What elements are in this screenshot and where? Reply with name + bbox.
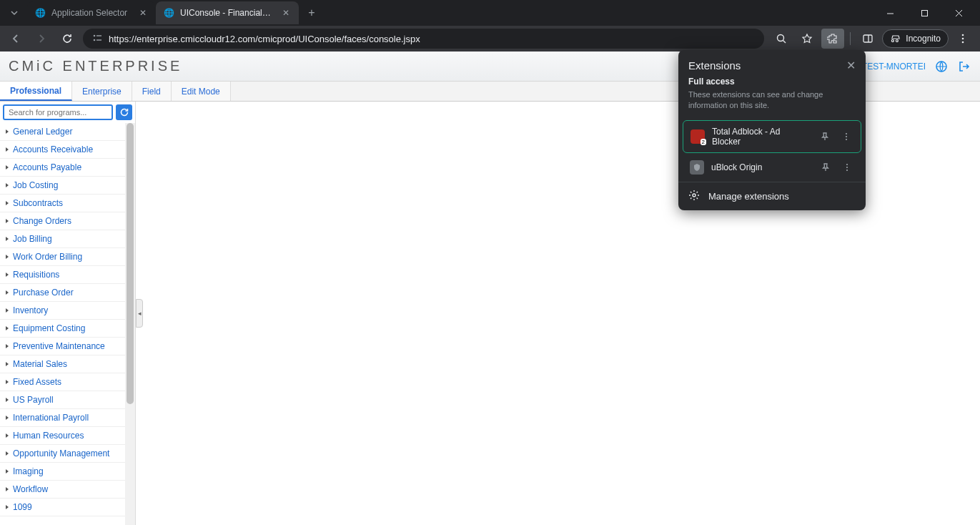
tree-item[interactable]: Subcontracts <box>0 195 125 212</box>
tree-item[interactable]: International Payroll <box>0 409 125 427</box>
popup-section-title: Full access <box>678 77 866 89</box>
tree-item-label: General Ledger <box>13 127 72 137</box>
address-bar[interactable]: https://enterprise.cmiccloudr12.com/cmic… <box>83 29 764 49</box>
svg-rect-3 <box>96 35 102 36</box>
caret-right-icon <box>6 219 9 223</box>
tree-item[interactable]: Accounts Receivable <box>0 141 125 159</box>
close-icon[interactable]: ✕ <box>846 59 856 72</box>
tree-item[interactable]: Opportunity Management <box>0 445 125 463</box>
close-window-button[interactable] <box>943 1 974 24</box>
tree-item[interactable]: Work Order Billing <box>0 248 125 266</box>
tree-item[interactable]: Workflow <box>0 481 125 499</box>
bookmark-icon[interactable] <box>796 29 818 49</box>
manage-extensions[interactable]: Manage extensions <box>678 182 866 210</box>
popup-title: Extensions <box>688 59 741 72</box>
tab-title: UIConsole - Financials Console <box>180 8 274 18</box>
globe-icon[interactable] <box>934 59 949 74</box>
caret-right-icon <box>6 433 9 438</box>
tree-item[interactable]: Accounts Payable <box>0 159 125 177</box>
extensions-icon[interactable] <box>821 29 844 49</box>
mode-tab-field[interactable]: Field <box>132 82 172 101</box>
refresh-button[interactable] <box>116 104 132 120</box>
mode-tab-edit-mode[interactable]: Edit Mode <box>172 82 231 101</box>
caret-right-icon <box>6 290 9 295</box>
tree-item[interactable]: Preventive Maintenance <box>0 338 125 355</box>
mode-tab-enterprise[interactable]: Enterprise <box>72 82 132 101</box>
tree-item-label: Accounts Payable <box>13 162 81 172</box>
tree-item[interactable]: Change Orders <box>0 212 125 230</box>
extension-item[interactable]: 2Total Adblock - Ad Blocker <box>683 120 861 153</box>
tree-item[interactable]: Job Costing <box>0 177 125 195</box>
svg-point-15 <box>846 136 847 137</box>
caret-right-icon <box>6 380 9 384</box>
kebab-menu-icon[interactable] <box>839 129 853 144</box>
back-button[interactable] <box>6 29 26 49</box>
tree-item[interactable]: General Ledger <box>0 123 125 141</box>
popup-section-desc: These extensions can see and change info… <box>678 89 866 119</box>
caret-right-icon <box>6 308 9 313</box>
browser-toolbar: https://enterprise.cmiccloudr12.com/cmic… <box>0 26 980 51</box>
caret-right-icon <box>6 201 9 205</box>
extensions-popup: Extensions ✕ Full access These extension… <box>678 50 866 210</box>
kebab-menu-icon[interactable] <box>951 29 974 49</box>
caret-right-icon <box>6 129 9 134</box>
zoom-icon[interactable] <box>770 29 793 49</box>
svg-rect-1 <box>921 10 927 16</box>
extension-name: uBlock Origin <box>711 162 811 172</box>
tree-item-label: US Payroll <box>13 395 54 405</box>
site-settings-icon[interactable] <box>91 32 103 46</box>
svg-rect-8 <box>863 35 872 42</box>
tree-item[interactable]: Purchase Order <box>0 284 125 302</box>
reload-button[interactable] <box>57 29 77 49</box>
mode-tab-professional[interactable]: Professional <box>0 82 72 101</box>
pin-icon[interactable] <box>818 160 833 175</box>
svg-point-17 <box>846 164 848 165</box>
maximize-button[interactable] <box>909 1 940 24</box>
globe-icon: 🌐 <box>163 7 174 19</box>
browser-tab-active[interactable]: 🌐 UIConsole - Financials Console ✕ <box>156 1 299 24</box>
caret-right-icon <box>6 487 9 491</box>
tree-item-label: Preventive Maintenance <box>13 341 105 351</box>
browser-tab-inactive[interactable]: 🌐 Application Selector ✕ <box>27 1 156 24</box>
tree-item-label: Equipment Costing <box>13 323 85 333</box>
close-icon[interactable]: ✕ <box>137 7 149 19</box>
tree-item[interactable]: Material Sales <box>0 355 125 373</box>
tree-item-label: Change Orders <box>13 216 71 226</box>
tree-item[interactable]: Equipment Costing <box>0 320 125 338</box>
new-tab-button[interactable]: + <box>302 3 322 23</box>
url-text: https://enterprise.cmiccloudr12.com/cmic… <box>109 34 420 44</box>
extension-icon: 2 <box>691 129 705 144</box>
tree-item[interactable]: Imaging <box>0 463 125 481</box>
caret-right-icon <box>6 398 9 402</box>
tree-item[interactable]: Job Billing <box>0 230 125 248</box>
tree-item[interactable]: 1099 <box>0 499 125 516</box>
minimize-button[interactable] <box>874 1 906 24</box>
svg-point-2 <box>94 34 96 36</box>
tree-item-label: Workflow <box>13 484 48 494</box>
logout-icon[interactable] <box>957 59 971 74</box>
extension-item[interactable]: uBlock Origin <box>683 154 861 180</box>
incognito-label: Incognito <box>906 34 941 44</box>
kebab-menu-icon[interactable] <box>840 160 854 175</box>
forward-button[interactable] <box>31 29 51 49</box>
side-panel-icon[interactable] <box>856 29 879 49</box>
caret-right-icon <box>6 469 9 474</box>
tree-item[interactable]: Fixed Assets <box>0 373 125 391</box>
svg-point-12 <box>962 41 964 44</box>
tree-item[interactable]: Human Resources <box>0 427 125 445</box>
scrollbar-thumb[interactable] <box>127 123 134 404</box>
window-controls <box>874 1 974 24</box>
pin-icon[interactable] <box>818 129 832 144</box>
svg-point-19 <box>846 170 848 171</box>
collapse-handle[interactable]: ◂ <box>136 299 143 328</box>
tree-item-label: 1099 <box>13 502 32 512</box>
close-icon[interactable]: ✕ <box>280 7 292 19</box>
tree-item-label: Job Billing <box>13 234 52 244</box>
tree-item[interactable]: Inventory <box>0 302 125 320</box>
tab-search-dropdown[interactable] <box>6 4 23 21</box>
search-input[interactable] <box>3 104 113 120</box>
tree-item[interactable]: US Payroll <box>0 391 125 409</box>
incognito-chip[interactable]: Incognito <box>882 29 949 48</box>
scrollbar[interactable] <box>125 123 135 525</box>
tree-item[interactable]: Requisitions <box>0 266 125 284</box>
